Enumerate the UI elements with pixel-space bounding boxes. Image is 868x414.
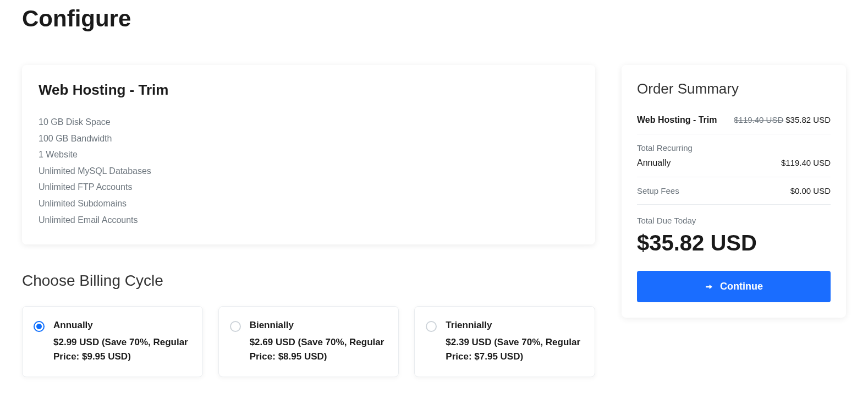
billing-option-biennially[interactable]: Biennially $2.69 USD (Save 70%, Regular … xyxy=(218,306,399,377)
summary-recurring-block: Total Recurring Annually $119.40 USD xyxy=(637,143,831,177)
feature-item: Unlimited FTP Accounts xyxy=(39,179,579,195)
billing-option-price: $2.69 USD (Save 70%, Regular Price: $8.9… xyxy=(250,335,388,363)
summary-recurring-amount: $119.40 USD xyxy=(781,158,831,168)
summary-item-price: $119.40 USD$35.82 USD xyxy=(734,115,831,124)
summary-item-current-price: $35.82 USD xyxy=(785,115,831,124)
summary-total-amount: $35.82 USD xyxy=(637,231,831,255)
page-title: Configure xyxy=(22,6,846,32)
summary-recurring-label: Total Recurring xyxy=(637,143,831,152)
feature-item: Unlimited Subdomains xyxy=(39,195,579,212)
billing-option-annually[interactable]: Annually $2.99 USD (Save 70%, Regular Pr… xyxy=(22,306,203,377)
order-summary-title: Order Summary xyxy=(637,80,831,97)
order-summary-card: Order Summary Web Hosting - Trim $119.40… xyxy=(622,65,846,318)
feature-item: 1 Website xyxy=(39,146,579,163)
feature-item: 10 GB Disk Space xyxy=(39,114,579,130)
summary-item-name: Web Hosting - Trim xyxy=(637,115,717,125)
billing-option-name: Annually xyxy=(53,320,191,331)
feature-list: 10 GB Disk Space 100 GB Bandwidth 1 Webs… xyxy=(39,114,579,228)
product-name: Web Hosting - Trim xyxy=(39,81,579,99)
billing-option-price: $2.39 USD (Save 70%, Regular Price: $7.9… xyxy=(446,335,584,363)
summary-total-label: Total Due Today xyxy=(637,216,831,225)
billing-option-triennially[interactable]: Triennially $2.39 USD (Save 70%, Regular… xyxy=(414,306,595,377)
summary-item-original-price: $119.40 USD xyxy=(734,115,783,124)
feature-item: Unlimited MySQL Databases xyxy=(39,163,579,179)
billing-option-name: Biennially xyxy=(250,320,388,331)
summary-setup-label: Setup Fees xyxy=(637,186,679,195)
radio-icon xyxy=(426,321,437,332)
feature-item: 100 GB Bandwidth xyxy=(39,130,579,147)
summary-recurring-period: Annually xyxy=(637,158,671,168)
feature-item: Unlimited Email Accounts xyxy=(39,212,579,228)
summary-item-row: Web Hosting - Trim $119.40 USD$35.82 USD xyxy=(637,115,831,134)
arrow-right-icon xyxy=(705,282,713,291)
billing-option-name: Triennially xyxy=(446,320,584,331)
product-card: Web Hosting - Trim 10 GB Disk Space 100 … xyxy=(22,65,595,244)
billing-section-title: Choose Billing Cycle xyxy=(22,272,595,290)
billing-options: Annually $2.99 USD (Save 70%, Regular Pr… xyxy=(22,306,595,377)
summary-setup-row: Setup Fees $0.00 USD xyxy=(637,186,831,205)
radio-icon xyxy=(34,321,45,332)
billing-option-price: $2.99 USD (Save 70%, Regular Price: $9.9… xyxy=(53,335,191,363)
summary-setup-amount: $0.00 USD xyxy=(790,186,831,195)
continue-button-label: Continue xyxy=(720,281,763,292)
radio-icon xyxy=(230,321,241,332)
continue-button[interactable]: Continue xyxy=(637,271,831,302)
